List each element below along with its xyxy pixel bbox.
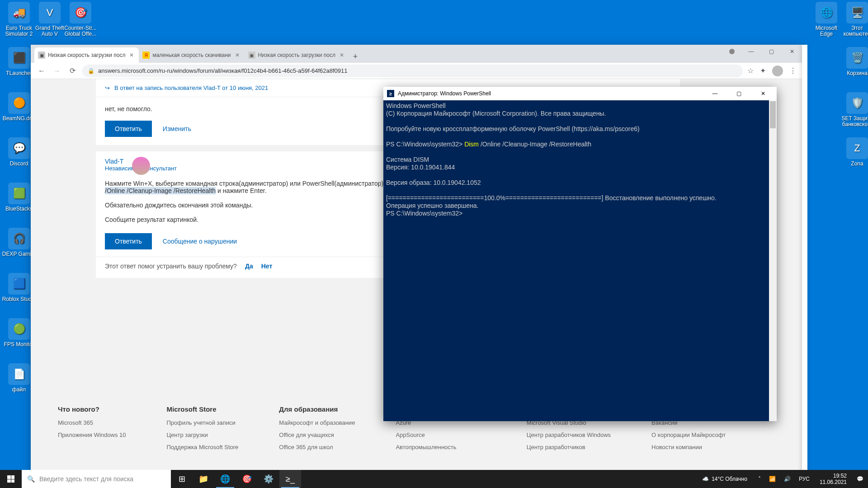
reply-arrow-icon: ↪ <box>105 84 110 91</box>
notifications-button[interactable]: 💬 <box>855 476 865 482</box>
footer-link[interactable]: Центр разработчиков <box>527 444 611 450</box>
favicon-yandex-icon: Я <box>142 52 150 59</box>
tab-close-icon[interactable]: ✕ <box>338 52 345 59</box>
chrome-menu-icon[interactable]: ⋮ <box>789 66 797 75</box>
reply-button[interactable]: Ответить <box>105 121 152 137</box>
csgo-taskbar-button[interactable]: 🎯 <box>236 470 258 488</box>
reload-button[interactable]: ⟳ <box>67 66 78 76</box>
tray-language[interactable]: РУС <box>797 476 811 482</box>
search-icon: 🔍 <box>27 475 35 483</box>
scrollbar-thumb[interactable] <box>770 101 776 128</box>
footer-link[interactable]: Центр загрузки <box>166 432 238 438</box>
browser-tab-2[interactable]: Я маленькая скорость скачивани ✕ <box>139 47 244 63</box>
taskbar-search[interactable]: 🔍 Введите здесь текст для поиска <box>22 470 171 488</box>
new-tab-button[interactable]: + <box>349 50 362 63</box>
chrome-taskbar-button[interactable]: 🌐 <box>214 470 236 488</box>
back-button[interactable]: ← <box>36 66 47 76</box>
favicon-ms-icon: ▣ <box>248 52 255 59</box>
desktop-icon[interactable]: 🚚Euro Truck Simulator 2 <box>2 2 36 37</box>
weather-widget[interactable]: ☁️ 14°C Облачно <box>698 476 752 482</box>
browser-tab-1[interactable]: ▣ Низкая скорость загрузки посл ✕ <box>34 47 139 63</box>
desktop-icon[interactable]: 🌐Microsoft Edge <box>809 2 844 37</box>
report-link[interactable]: Сообщение о нарушении <box>163 238 237 245</box>
icon-label: FPS Monitor <box>4 342 34 347</box>
app-icon: 🟠 <box>8 92 30 114</box>
start-button[interactable] <box>0 470 22 488</box>
desktop-icon[interactable]: 🛡️SET Защита банковско... <box>840 92 868 127</box>
system-tray: ☁️ 14°C Облачно ˄ 📶 🔊 РУС 19:52 11.06.20… <box>698 470 868 488</box>
tray-chevron-icon[interactable]: ˄ <box>756 476 763 482</box>
user-avatar[interactable] <box>132 157 150 175</box>
account-indicator-icon[interactable] <box>729 49 735 54</box>
footer-link[interactable]: О корпорации Майкрософт <box>651 432 726 438</box>
browser-tab-3[interactable]: ▣ Низкая скорость загрузки посл ✕ <box>245 47 349 63</box>
desktop-icon[interactable]: 🗑️Корзина <box>840 47 868 76</box>
weather-icon: ☁️ <box>702 476 709 482</box>
powershell-titlebar[interactable]: ≥ Администратор: Windows PowerShell — ▢ … <box>383 87 777 100</box>
tray-volume-icon[interactable]: 🔊 <box>782 476 793 482</box>
scrollbar[interactable] <box>769 100 777 421</box>
highlighted-command: /Online /Cleanup-Image /RestoreHealth <box>105 187 216 194</box>
maximize-button[interactable]: ▢ <box>761 45 782 58</box>
taskbar-clock[interactable]: 19:52 11.06.2021 <box>816 473 850 485</box>
bookmark-star-icon[interactable]: ☆ <box>747 66 754 75</box>
window-title: Администратор: Windows PowerShell <box>398 90 491 97</box>
app-icon: 🖥️ <box>846 2 868 23</box>
app-icon: 📄 <box>8 363 30 385</box>
footer-link[interactable]: Office 365 для школ <box>279 444 355 450</box>
footer-link[interactable]: Новости компании <box>651 444 726 450</box>
task-view-button[interactable]: ⊞ <box>171 470 193 488</box>
tab-close-icon[interactable]: ✕ <box>234 52 241 59</box>
minimize-button[interactable]: — <box>741 45 761 58</box>
app-icon: V <box>39 2 61 23</box>
url-text: answers.microsoft.com/ru-ru/windows/foru… <box>98 67 348 74</box>
icon-label: файл <box>12 387 26 393</box>
settings-taskbar-button[interactable]: ⚙️ <box>258 470 279 488</box>
reply-button[interactable]: Ответить <box>105 233 152 249</box>
footer-link[interactable]: AppSource <box>396 432 486 438</box>
forward-button[interactable]: → <box>52 66 62 76</box>
file-explorer-button[interactable]: 📁 <box>193 470 214 488</box>
app-icon: 💬 <box>8 137 30 159</box>
powershell-taskbar-button[interactable]: ≥_ <box>279 470 301 488</box>
app-icon: 🟢 <box>8 318 30 340</box>
tray-network-icon[interactable]: 📶 <box>767 476 778 482</box>
feedback-yes[interactable]: Да <box>245 263 253 270</box>
chrome-toolbar: ← → ⟳ 🔒 answers.microsoft.com/ru-ru/wind… <box>31 63 802 79</box>
terminal-output[interactable]: Windows PowerShell (C) Корпорация Майкро… <box>383 100 777 421</box>
background-window-edge <box>802 45 807 474</box>
desktop-icon[interactable]: ZZona <box>840 137 868 167</box>
desktop-icon[interactable]: VGrand Theft Auto V <box>33 2 67 37</box>
footer-link[interactable]: Приложения Windows 10 <box>58 432 126 438</box>
tab-close-icon[interactable]: ✕ <box>128 52 135 59</box>
icon-label: Discord <box>10 161 28 167</box>
app-icon: 🗑️ <box>846 47 868 69</box>
icon-label: Grand Theft Auto V <box>33 25 67 37</box>
desktop-icon[interactable]: 🖥️Этот компьютер <box>840 2 868 37</box>
footer-link[interactable]: Office для учащихся <box>279 432 355 438</box>
desktop-icon[interactable]: 🎯Counter-Str... Global Offe... <box>63 2 98 37</box>
maximize-button[interactable]: ▢ <box>729 87 749 100</box>
app-icon: 🟦 <box>8 273 30 295</box>
profile-avatar[interactable] <box>772 66 783 76</box>
footer-link[interactable]: Центр разработчиков Windows <box>527 432 611 438</box>
footer-link[interactable]: Автопромышленность <box>396 444 486 450</box>
footer-link[interactable]: Microsoft 365 <box>58 419 126 426</box>
close-button[interactable]: ✕ <box>782 45 802 58</box>
icon-label: Корзина <box>847 70 868 76</box>
close-button[interactable]: ✕ <box>753 87 773 100</box>
extensions-icon[interactable]: ✦ <box>760 66 766 75</box>
app-icon: Z <box>846 137 868 159</box>
footer-heading: Microsoft Store <box>166 405 238 413</box>
icon-label: Zona <box>851 161 863 167</box>
address-bar[interactable]: 🔒 answers.microsoft.com/ru-ru/windows/fo… <box>82 65 743 77</box>
footer-link[interactable]: Поддержка Microsoft Store <box>166 444 238 450</box>
footer-link[interactable]: Профиль учетной записи <box>166 419 238 426</box>
tab-title: Низкая скорость загрузки посл <box>48 52 125 58</box>
chrome-window-controls: — ▢ ✕ <box>729 45 802 58</box>
app-icon: 🚚 <box>8 2 30 23</box>
feedback-no[interactable]: Нет <box>261 263 273 270</box>
minimize-button[interactable]: — <box>705 87 725 100</box>
edit-button[interactable]: Изменить <box>163 125 191 132</box>
footer-link[interactable]: Майкрософт и образование <box>279 419 355 426</box>
